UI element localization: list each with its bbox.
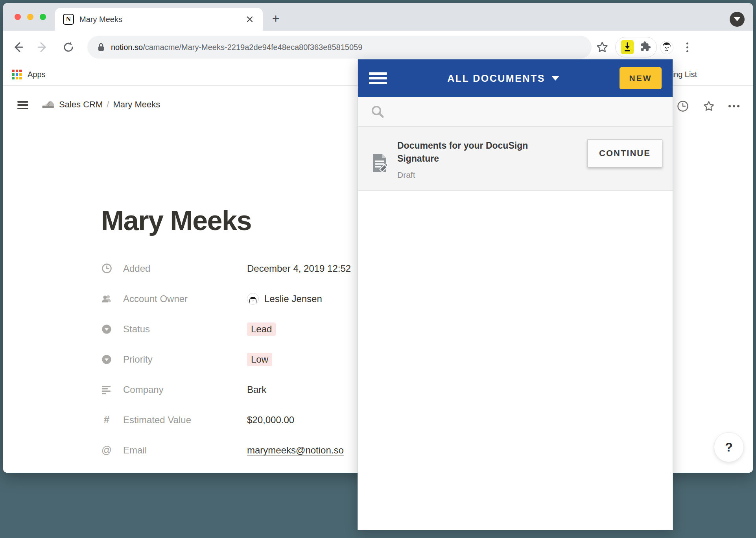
extensions-pill — [615, 37, 657, 57]
sidebar-menu-icon[interactable] — [17, 100, 28, 110]
tab-search-button[interactable] — [730, 12, 745, 27]
documents-filter-dropdown[interactable]: ALL DOCUMENTS — [387, 73, 620, 84]
select-icon — [101, 324, 112, 335]
forward-button[interactable] — [36, 41, 50, 54]
chevron-down-icon — [551, 76, 559, 81]
clock-icon — [101, 263, 112, 274]
help-button[interactable]: ? — [714, 432, 744, 462]
bookmark-star-button[interactable] — [596, 41, 609, 54]
docusign-menu-icon[interactable] — [369, 72, 387, 85]
property-value-account-owner[interactable]: Leslie Jensen — [247, 293, 322, 305]
document-info: Documents for your DocuSign Signature Dr… — [397, 139, 570, 190]
property-value-priority[interactable]: Low — [247, 353, 272, 366]
document-status: Draft — [397, 170, 570, 180]
page-history-button[interactable] — [677, 100, 689, 112]
number-icon: # — [101, 415, 112, 426]
document-list-item[interactable]: Documents for your DocuSign Signature Dr… — [358, 126, 673, 191]
chevron-down-icon — [734, 17, 740, 21]
status-tag: Lead — [247, 322, 276, 336]
reload-button[interactable] — [62, 41, 75, 54]
lock-icon — [97, 42, 105, 52]
document-draft-icon — [371, 153, 389, 174]
new-document-button[interactable]: NEW — [620, 67, 662, 89]
docusign-panel: ALL DOCUMENTS NEW Documents for your Doc… — [358, 59, 673, 530]
breadcrumb-page[interactable]: Mary Meeks — [113, 99, 160, 109]
chrome-menu-button[interactable] — [682, 40, 692, 54]
url-bar[interactable]: notion.so/camacme/Mary-Meeks-2219a2de94f… — [87, 36, 592, 59]
breadcrumb-separator: / — [107, 99, 109, 109]
document-title: Documents for your DocuSign Signature — [397, 139, 570, 165]
apps-grid-icon[interactable] — [12, 70, 22, 80]
tab-strip: N Mary Meeks + — [3, 3, 753, 31]
documents-filter-label: ALL DOCUMENTS — [447, 73, 545, 84]
sneaker-emoji-icon — [41, 98, 55, 112]
back-button[interactable] — [11, 41, 24, 54]
extensions-puzzle-icon[interactable] — [639, 41, 651, 54]
tab-title: Mary Meeks — [79, 15, 245, 24]
window-minimize-button[interactable] — [27, 14, 33, 20]
apps-bookmark-label[interactable]: Apps — [28, 70, 46, 79]
property-value-estimated[interactable]: $20,000.00 — [247, 415, 294, 426]
continue-button[interactable]: CONTINUE — [587, 139, 662, 167]
at-icon: @ — [101, 445, 112, 456]
select-icon — [101, 354, 112, 365]
email-link[interactable]: marymeeks@notion.so — [247, 445, 344, 456]
window-zoom-button[interactable] — [40, 14, 46, 20]
property-value-company[interactable]: Bark — [247, 384, 266, 395]
breadcrumb: Sales CRM/Mary Meeks — [59, 99, 160, 110]
new-tab-button[interactable]: + — [269, 13, 282, 26]
leslie-jensen-avatar — [247, 293, 259, 305]
page-more-button[interactable] — [728, 100, 740, 112]
person-icon — [101, 293, 112, 304]
profile-avatar[interactable] — [660, 41, 673, 54]
docusign-extension-icon[interactable] — [621, 40, 634, 54]
list-icon — [101, 384, 112, 395]
docusign-header: ALL DOCUMENTS NEW — [358, 59, 673, 97]
url-text: notion.so/camacme/Mary-Meeks-2219a2de94f… — [111, 43, 362, 52]
docusign-search-bar[interactable] — [358, 97, 673, 126]
notion-favicon: N — [63, 14, 74, 25]
property-value-status[interactable]: Lead — [247, 322, 276, 336]
property-value-added[interactable]: December 4, 2019 12:52 — [247, 263, 351, 274]
tab-close-icon[interactable] — [245, 14, 255, 24]
favorite-star-button[interactable] — [703, 100, 715, 112]
priority-tag: Low — [247, 353, 272, 366]
tab-mary-meeks[interactable]: N Mary Meeks — [55, 8, 263, 31]
window-close-button[interactable] — [15, 14, 21, 20]
breadcrumb-workspace[interactable]: Sales CRM — [59, 99, 103, 109]
search-icon — [371, 105, 385, 119]
